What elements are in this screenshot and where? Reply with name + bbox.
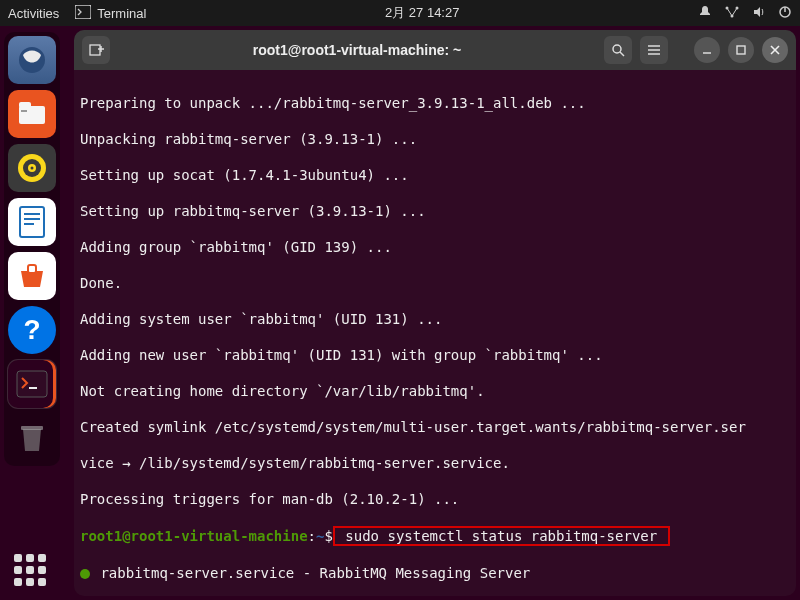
dock-item-software[interactable] <box>8 252 56 300</box>
svg-rect-17 <box>24 223 34 225</box>
output-line: vice → /lib/systemd/system/rabbitmq-serv… <box>80 454 790 472</box>
terminal-small-icon <box>75 5 91 22</box>
command-highlight: sudo systemctl status rabbitmq-server <box>333 526 670 546</box>
hamburger-menu-button[interactable] <box>640 36 668 64</box>
dock-item-trash[interactable] <box>8 414 56 462</box>
svg-line-26 <box>620 52 624 56</box>
output-line: Created symlink /etc/systemd/system/mult… <box>80 418 790 436</box>
svg-rect-0 <box>75 5 91 19</box>
svg-rect-19 <box>17 371 47 397</box>
svg-rect-14 <box>20 207 44 237</box>
close-button[interactable] <box>762 37 788 63</box>
network-icon[interactable] <box>724 5 740 22</box>
maximize-button[interactable] <box>728 37 754 63</box>
dock-item-libreoffice[interactable] <box>8 198 56 246</box>
activities-button[interactable]: Activities <box>8 6 59 21</box>
power-icon[interactable] <box>778 5 792 22</box>
output-line: Not creating home directory `/var/lib/ra… <box>80 382 790 400</box>
svg-point-13 <box>31 167 34 170</box>
dock-item-files[interactable] <box>8 90 56 138</box>
output-line: Adding new user `rabbitmq' (UID 131) wit… <box>80 346 790 364</box>
dock-item-thunderbird[interactable] <box>8 36 56 84</box>
new-tab-button[interactable] <box>82 36 110 64</box>
svg-rect-31 <box>737 46 745 54</box>
volume-icon[interactable] <box>752 5 766 22</box>
prompt-line: root1@root1-virtual-machine:~$ sudo syst… <box>80 526 790 546</box>
notification-icon[interactable] <box>698 5 712 22</box>
output-line: Preparing to unpack .../rabbitmq-server_… <box>80 94 790 112</box>
minimize-button[interactable] <box>694 37 720 63</box>
output-line: Adding group `rabbitmq' (GID 139) ... <box>80 238 790 256</box>
dock-item-rhythmbox[interactable] <box>8 144 56 192</box>
dock: ? <box>4 32 60 466</box>
svg-rect-16 <box>24 218 40 220</box>
svg-rect-9 <box>21 110 27 112</box>
window-titlebar: root1@root1-virtual-machine: ~ <box>74 30 796 70</box>
output-line: Processing triggers for man-db (2.10.2-1… <box>80 490 790 508</box>
svg-rect-15 <box>24 213 40 215</box>
dock-item-help[interactable]: ? <box>8 306 56 354</box>
top-bar: Activities Terminal 2月 27 14:27 <box>0 0 800 26</box>
show-applications-button[interactable] <box>14 554 50 590</box>
svg-rect-21 <box>21 426 43 430</box>
output-line: Unpacking rabbitmq-server (3.9.13-1) ... <box>80 130 790 148</box>
terminal-content[interactable]: Preparing to unpack .../rabbitmq-server_… <box>74 70 796 596</box>
svg-rect-18 <box>28 265 36 273</box>
output-line: Setting up socat (1.7.4.1-3ubuntu4) ... <box>80 166 790 184</box>
svg-rect-22 <box>90 45 100 55</box>
dock-item-terminal[interactable] <box>8 360 56 408</box>
terminal-window: root1@root1-virtual-machine: ~ Preparing… <box>74 30 796 596</box>
svg-point-25 <box>613 45 621 53</box>
svg-rect-7 <box>19 106 45 124</box>
svg-rect-8 <box>19 102 31 108</box>
output-line: Setting up rabbitmq-server (3.9.13-1) ..… <box>80 202 790 220</box>
status-dot-icon <box>80 569 90 579</box>
question-icon: ? <box>23 314 40 346</box>
search-button[interactable] <box>604 36 632 64</box>
active-app-label: Terminal <box>97 6 146 21</box>
output-line: Done. <box>80 274 790 292</box>
active-app-indicator[interactable]: Terminal <box>75 5 146 22</box>
status-line: rabbitmq-server.service - RabbitMQ Messa… <box>80 564 790 582</box>
output-line: Adding system user `rabbitmq' (UID 131) … <box>80 310 790 328</box>
window-title: root1@root1-virtual-machine: ~ <box>118 42 596 58</box>
clock[interactable]: 2月 27 14:27 <box>146 4 698 22</box>
prompt-user: root1@root1-virtual-machine <box>80 528 308 544</box>
